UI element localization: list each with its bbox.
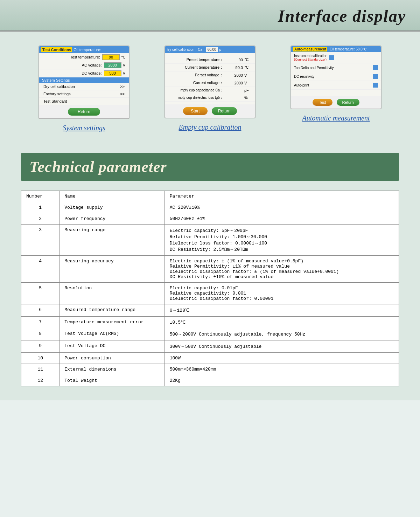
cell-name: Power frequency [59, 213, 164, 225]
cell-parameter: 22Kg [164, 375, 399, 386]
ec-current-temp-value: 90.0 [225, 66, 243, 70]
tech-section: Technical parameter Number Name Paramete… [0, 143, 420, 400]
cell-number: 5 [21, 283, 59, 304]
cell-name: Total weight [59, 375, 164, 386]
ec-preset-volt-value: 2000 [225, 73, 243, 77]
table-row: 7Temperature measurement error±0.5℃ [21, 317, 399, 328]
col-name-header: Name [59, 191, 164, 202]
table-row: 6Measured temperature range0～120℃ [21, 304, 399, 317]
ss-ac-voltage-row: AC voltage: 2000 V [39, 61, 129, 69]
am-dc-resistivity-indicator [373, 74, 378, 79]
ss-test-standard-label: Test Standard [43, 99, 67, 103]
ss-test-standard-row: Test Standard [39, 98, 129, 105]
ss-return-button[interactable]: Return [68, 108, 100, 116]
ec-start-button[interactable]: Start [183, 107, 207, 115]
cell-parameter: ±0.5℃ [164, 317, 399, 328]
ss-factory-row: Factory settings >> [39, 90, 129, 98]
cell-name: Measuring range [59, 225, 164, 256]
cell-parameter: AC 220V±10% [164, 202, 399, 213]
ss-dc-voltage-label: DC voltage: [43, 71, 102, 75]
cell-number: 10 [21, 353, 59, 364]
ss-test-temp-unit: ℃ [121, 55, 125, 60]
ss-header-label: Test Conditions [41, 47, 72, 52]
ss-ac-voltage-unit: V [123, 63, 125, 67]
table-row: 2Power frequency50Hz/60Hz ±1% [21, 213, 399, 225]
ec-current-volt-label: Current voltage： [169, 80, 223, 85]
am-auto-print-row: Auto-print [291, 81, 381, 90]
ec-current-temp-unit: ℃ [244, 65, 251, 70]
cell-number: 2 [21, 213, 59, 225]
table-row: 8Test Voltage AC(RMS)500～2000V Continuou… [21, 328, 399, 340]
cell-number: 7 [21, 317, 59, 328]
table-row: 4Measuring accuracyElectric capacity: ± … [21, 256, 399, 283]
am-oil-temp: Oil temperature: 58.0℃ [330, 47, 366, 51]
ec-ca-value: 60.00 [206, 47, 218, 52]
ss-factory-label: Factory settings [43, 92, 71, 96]
cell-parameter: Electric capacity: ± (1% of measured val… [164, 256, 399, 283]
ss-factory-arrow: >> [120, 92, 125, 96]
cell-name: Measured temperature range [59, 304, 164, 317]
am-instrument-label: Instrument calibration (Connect Standard… [294, 54, 328, 61]
ss-ac-voltage-label: AC voltage: [43, 63, 102, 67]
ec-return-button[interactable]: Return [212, 107, 237, 115]
am-return-button[interactable]: Return [337, 99, 359, 106]
am-tan-delta-row: Tan Delta and Permittivity [291, 63, 381, 72]
ec-diel-row: mpty cup dielectric loss tgδ： % [165, 94, 255, 102]
table-row: 10Power consumption100W [21, 353, 399, 364]
empty-cup-caption: Empty cup calibration [179, 123, 241, 131]
ec-diel-unit: % [244, 96, 251, 100]
ec-preset-volt-unit: V [244, 73, 251, 77]
param-table: Number Name Parameter 1Voltage supplyAC … [21, 191, 399, 386]
page-title: Interface display [278, 7, 406, 25]
cell-number: 12 [21, 375, 59, 386]
empty-cup-screen: try cell calibration：Ca= 60.00 p Preset … [164, 46, 255, 118]
cell-name: External dimensions [59, 364, 164, 375]
cell-number: 8 [21, 328, 59, 340]
cell-name: Resolution [59, 283, 164, 304]
am-tan-delta-label: Tan Delta and Permittivity [294, 66, 372, 70]
ss-ac-voltage-value: 2000 [104, 62, 121, 68]
system-settings-screen: Test Conditions Oil temperature: Test te… [38, 46, 130, 119]
cell-name: Temperature measurement error [59, 317, 164, 328]
ss-test-temp-label: Test temperature: [43, 55, 100, 59]
ss-test-temp-row: Test temperature: 90 ℃ [39, 53, 129, 61]
cell-name: Test Voltage DC [59, 340, 164, 353]
am-auto-print-label: Auto-print [294, 83, 372, 87]
cell-name: Measuring accuracy [59, 256, 164, 283]
ec-preset-volt-label: Perset voltage： [169, 73, 223, 78]
ec-current-volt-value: 2000 [225, 81, 243, 85]
cell-name: Power consumption [59, 353, 164, 364]
ec-current-volt-unit: V [244, 81, 251, 85]
table-row: 9Test Voltage DC300V～500V Continuously a… [21, 340, 399, 353]
ec-header-label: try cell calibration：Ca= [167, 48, 204, 51]
cell-parameter: 50Hz/60Hz ±1% [164, 213, 399, 225]
ss-return-area: Return [39, 105, 129, 118]
ss-dry-cell-arrow: >> [120, 84, 125, 89]
am-buttons-area: Test Return [291, 96, 381, 109]
am-instrument-indicator [329, 55, 334, 60]
empty-cup-block: try cell calibration：Ca= 60.00 p Preset … [161, 46, 259, 131]
auto-measurement-block: Auto-measurement Oil temperature: 58.0℃ … [287, 46, 385, 122]
interface-section: Test Conditions Oil temperature: Test te… [0, 32, 420, 143]
am-header: Auto-measurement Oil temperature: 58.0℃ [291, 46, 381, 52]
cell-parameter: 100W [164, 353, 399, 364]
am-tan-delta-indicator [373, 65, 378, 70]
ss-dc-voltage-value: 500 [104, 70, 121, 76]
ec-ca-unit: p [219, 48, 221, 51]
cell-parameter: 0～120℃ [164, 304, 399, 317]
ec-current-temp-row: Current temperature： 90.0 ℃ [165, 64, 255, 71]
am-test-button[interactable]: Test [313, 99, 332, 106]
cell-parameter: 500mm×360mm×420mm [164, 364, 399, 375]
ec-cap-unit: pF [244, 88, 251, 92]
ec-current-volt-row: Current voltage： 2000 V [165, 79, 255, 87]
cell-number: 9 [21, 340, 59, 353]
ss-dry-cell-row: Dry cell calibration >> [39, 83, 129, 90]
am-instrument-sub: (Connect Standardizer) [294, 58, 328, 61]
auto-measurement-caption: Automatic measurement [302, 114, 370, 122]
am-auto-print-indicator [373, 83, 378, 88]
cell-number: 3 [21, 225, 59, 256]
am-instrument-row: Instrument calibration (Connect Standard… [291, 52, 381, 63]
am-header-label: Auto-measurement [293, 47, 327, 51]
system-settings-block: Test Conditions Oil temperature: Test te… [35, 46, 133, 132]
cell-number: 11 [21, 364, 59, 375]
